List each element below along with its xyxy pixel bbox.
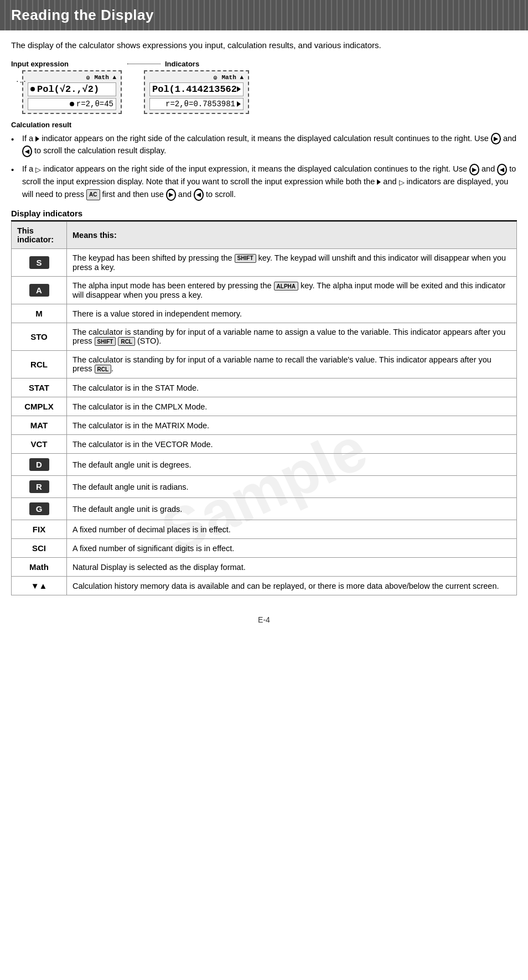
table-row: RCLThe calculator is standing by for inp…	[12, 351, 517, 378]
meaning-cell-10: The default angle unit is radians.	[67, 476, 517, 498]
shift-key-icon: SHIFT	[235, 254, 256, 263]
display-indicators-section: Display indicators This indicator: Means…	[11, 209, 517, 596]
indicator-cell-15: ▼▲	[12, 577, 67, 595]
meaning-cell-12: A fixed number of decimal places is in e…	[67, 520, 517, 539]
meaning-cell-4: The calculator is standing by for input …	[67, 351, 517, 378]
indicator-cell-11: G	[12, 498, 67, 520]
intro-paragraph: The display of the calculator shows expr…	[11, 39, 517, 52]
right-btn-1: ▶	[491, 133, 501, 145]
calculator-screens: ·-· ⊙ Math ▲ Pol(√2.,√2) r=2,θ=45	[22, 70, 517, 114]
indicator-cell-13: SCI	[12, 539, 67, 558]
meaning-cell-11: The default angle unit is grads.	[67, 498, 517, 520]
table-row: RThe default angle unit is radians.	[12, 476, 517, 498]
table-row: GThe default angle unit is grads.	[12, 498, 517, 520]
left-btn-3: ◀	[194, 189, 204, 201]
indicators-label: Indicators	[127, 60, 199, 68]
indicator-cell-14: Math	[12, 558, 67, 577]
indicator-cell-9: D	[12, 454, 67, 476]
table-row: CMPLXThe calculator is in the CMPLX Mode…	[12, 397, 517, 416]
bracket-top-left: ·-·	[15, 78, 27, 85]
indicator-cell-1: A	[12, 276, 67, 304]
table-row: STOThe calculator is standing by for inp…	[12, 323, 517, 351]
indicators-table-body: SThe keypad has been shifted by pressing…	[12, 248, 517, 595]
indicator-cell-3: STO	[12, 323, 67, 351]
right-screen-result: r=2,θ=0.7853981	[149, 98, 244, 110]
filled-triangle-1	[35, 136, 39, 142]
right-screen-icon1: ⊙	[214, 74, 218, 81]
meaning-cell-1: The alpha input mode has been entered by…	[67, 276, 517, 304]
indicator-label-5: STAT	[29, 383, 49, 392]
right-screen-expr: Pol(1.414213562	[149, 82, 244, 96]
right-btn-3: ▶	[166, 189, 176, 201]
meaning-cell-14: Natural Display is selected as the displ…	[67, 558, 517, 577]
table-row: MATThe calculator is in the MATRIX Mode.	[12, 416, 517, 435]
bullet-list: • If a indicator appears on the right si…	[11, 132, 517, 201]
meaning-cell-2: There is a value stored in independent m…	[67, 304, 517, 323]
bullet-sym-2: •	[11, 163, 20, 176]
right-screen-header: ⊙ Math ▲	[149, 74, 244, 81]
main-content: The display of the calculator shows expr…	[0, 30, 528, 606]
rcl-key-icon: RCL	[118, 337, 135, 346]
indicator-cell-2: M	[12, 304, 67, 323]
indicator-badge-filled-0: S	[29, 256, 49, 269]
table-row: MThere is a value stored in independent …	[12, 304, 517, 323]
indicators-table: This indicator: Means this: SThe keypad …	[11, 221, 517, 596]
diagram-labels-row: Input expression Indicators	[11, 60, 517, 68]
right-expr-text: Pol(1.414213562	[152, 84, 237, 95]
right-result-text: r=2,θ=0.7853981	[165, 100, 235, 108]
calc-screen-right: ⊙ Math ▲ Pol(1.414213562 r=2,θ=0.7853981	[144, 70, 249, 114]
indicator-cell-0: S	[12, 248, 67, 276]
bullet-sym-1: •	[11, 133, 20, 146]
page-header: Reading the Display	[0, 0, 528, 30]
table-row: AThe alpha input mode has been entered b…	[12, 276, 517, 304]
diagram-section: Input expression Indicators ·-· ⊙ Math ▲	[11, 60, 517, 114]
indicator-cell-10: R	[12, 476, 67, 498]
bullet-item-2: • If a ▷ indicator appears on the right …	[11, 163, 517, 200]
indicator-label-4: RCL	[30, 360, 48, 369]
meaning-cell-0: The keypad has been shifted by pressing …	[67, 248, 517, 276]
indicator-label-13: SCI	[32, 543, 46, 553]
left-screen-header: ⊙ Math ▲	[28, 74, 116, 81]
left-expr-text: Pol(√2.,√2)	[37, 84, 99, 95]
col-meaning-header: Means this:	[67, 221, 517, 248]
meaning-cell-7: The calculator is in the MATRIX Mode.	[67, 416, 517, 435]
table-row: SCIA fixed number of significant digits …	[12, 539, 517, 558]
indicator-label-12: FIX	[33, 525, 45, 534]
meaning-cell-9: The default angle unit is degrees.	[67, 454, 517, 476]
table-row: VCTThe calculator is in the VECTOR Mode.	[12, 435, 517, 454]
bullet-item-1: • If a indicator appears on the right si…	[11, 132, 517, 158]
page-number: E-4	[258, 615, 270, 624]
indicator-cell-4: RCL	[12, 351, 67, 378]
dotted-leader	[127, 64, 161, 64]
calc-result-label: Calculation result	[11, 121, 517, 129]
table-row: DThe default angle unit is degrees.	[12, 454, 517, 476]
ac-key: AC	[86, 189, 100, 200]
meaning-cell-6: The calculator is in the CMPLX Mode.	[67, 397, 517, 416]
meaning-cell-5: The calculator is in the STAT Mode.	[67, 378, 517, 397]
col-indicator-header: This indicator:	[12, 221, 67, 248]
alpha-key-icon: ALPHA	[274, 282, 298, 291]
right-screen-mathmode: Math ▲	[221, 74, 244, 81]
open-tri-inline: ▷	[399, 179, 405, 186]
right-arrow-result	[237, 101, 241, 107]
table-row: FIXA fixed number of decimal places is i…	[12, 520, 517, 539]
left-screen-expr: Pol(√2.,√2)	[28, 82, 116, 96]
indicator-label-8: VCT	[31, 439, 48, 449]
right-btn-2: ▶	[469, 164, 479, 176]
indicator-cell-5: STAT	[12, 378, 67, 397]
indicator-cell-8: VCT	[12, 435, 67, 454]
indicator-cell-6: CMPLX	[12, 397, 67, 416]
page-footer: E-4	[0, 606, 528, 633]
table-row: STATThe calculator is in the STAT Mode.	[12, 378, 517, 397]
page-title: Reading the Display	[11, 7, 517, 24]
indicator-label-7: MAT	[30, 421, 48, 430]
input-bullet	[30, 87, 35, 91]
indicator-label-6: CMPLX	[24, 402, 54, 411]
meaning-cell-15: Calculation history memory data is avail…	[67, 577, 517, 595]
left-btn-1: ◀	[22, 146, 32, 158]
table-header-row: This indicator: Means this:	[12, 221, 517, 248]
indicator-label-2: M	[35, 309, 43, 318]
left-result-bullet	[70, 102, 74, 106]
display-indicators-title: Display indicators	[11, 209, 517, 221]
indicator-label-3: STO	[30, 332, 48, 341]
